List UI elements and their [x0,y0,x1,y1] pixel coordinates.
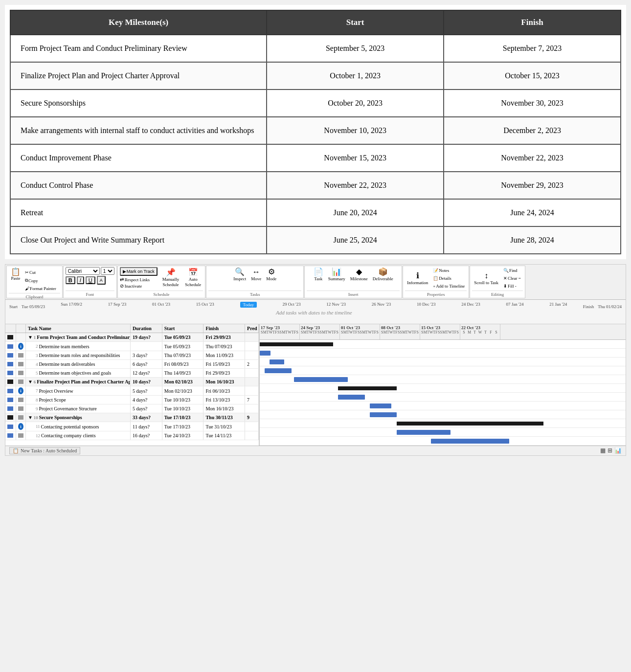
gantt-week-column: 24 Sep '23 SMTWTFSSMTWTFS [300,324,340,339]
col-header-finish: Finish [444,10,621,35]
row-duration: 19 days? [131,333,162,341]
expand-icon[interactable]: ▼ [28,335,33,340]
format-painter-label: Format Painter [30,286,56,291]
table-row: Form Project Team and Conduct Preliminar… [10,35,621,62]
row-num: 2 [36,344,38,349]
row-finish: Fri 29/09/23 [203,333,245,341]
row-num: 11 [36,424,40,429]
notes-button[interactable]: 📝 Notes [431,267,467,274]
row-indicator: i [16,386,26,395]
info-icon: i [18,387,23,394]
gantt-row[interactable]: 12 Contacting company clients 16 days? T… [5,431,259,440]
milestone-cell: Conduct Control Phase [10,172,267,199]
row-name: ▼ 10 Secure Sponsorships [26,413,131,422]
clipboard-group-label: Clipboard [9,293,60,299]
row-start: Tue 05/09/23 [162,333,204,341]
day-label: S [376,330,379,335]
view-normal-icon[interactable]: ▦ [600,447,606,454]
gantt-row[interactable]: 9 Project Governance Structure 5 days? T… [5,404,259,413]
gantt-row[interactable]: 3 Determine team roles and responsibilit… [5,351,259,360]
mark-on-track-button[interactable]: ▶ Mark on Track [120,267,158,276]
tasks-group-label: Tasks [208,291,301,297]
insert-content: 📄 Task 📊 Summary ◆ Milestone 📦 Deliverab… [312,267,395,282]
day-label: W [448,330,452,335]
gantt-row[interactable]: 5 Determine team objectives and goals 12… [5,369,259,378]
italic-button[interactable]: I [77,276,84,284]
fill-button[interactable]: ⬇ Fill - [501,283,523,290]
mode-button[interactable]: ⚙ Mode [264,267,278,282]
deliverable-button[interactable]: 📦 Deliverable [371,267,395,282]
gh-indicator [16,324,26,333]
gantt-row[interactable]: 4 Determine team deliverables 6 days? Fr… [5,360,259,369]
gantt-row[interactable]: 8 Project Scope 4 days? Tue 10/10/23 Fri… [5,396,259,404]
find-button[interactable]: 🔍 Find [501,267,523,274]
schedule-content: ▶ Mark on Track ⇄ Respect Links ⊘ Inacti… [120,267,203,289]
gantt-row[interactable]: i 7 Project Overview 5 days? Mon 02/10/2… [5,386,259,396]
row-indicator [16,431,26,440]
move-button[interactable]: ↔ Move [249,267,263,282]
summary-button[interactable]: 📊 Summary [326,267,347,282]
gantt-row[interactable]: i 11 Contacting potential sponsors 11 da… [5,422,259,431]
view-gantt-icon[interactable]: 📊 [614,447,622,454]
row-name: 5 Determine team objectives and goals [26,369,131,377]
font-color-button[interactable]: A [97,276,106,285]
information-button[interactable]: ℹ Information [405,271,430,286]
cut-button[interactable]: ✂ Cut [23,269,58,276]
font-size-select[interactable]: 11 [101,267,114,275]
gantt-row[interactable]: ▼ 6 Finalize Project Plan and Project Ch… [5,378,259,386]
expand-icon[interactable]: ▼ [28,415,33,420]
row-pred: 2 [245,360,259,368]
day-label: M [362,330,365,335]
task-icon: 📄 [314,268,323,276]
font-name-select[interactable]: Calibri [66,267,100,275]
row-indicator [16,333,26,341]
day-label: S [461,330,467,335]
format-painter-button[interactable]: 🖌 Format Painter [23,285,58,292]
gantt-bar-row [260,384,626,393]
day-label: S [416,330,419,335]
expand-icon[interactable]: ▼ [28,379,33,384]
gantt-row[interactable]: i 2 Determine team members Tue 05/09/23 … [5,342,259,351]
day-label: W [349,330,353,335]
gh-mode [5,324,16,333]
properties-group-label: Properties [405,291,467,297]
move-icon: ↔ [252,268,260,276]
new-tasks-badge: 📋 New Tasks : Auto Scheduled [9,447,80,454]
gantt-row[interactable]: ▼ 10 Secure Sponsorships 33 days? Tue 17… [5,413,259,422]
day-label: W [477,330,483,335]
clear-icon: ✕ [503,276,507,281]
underline-button[interactable]: U [86,276,95,284]
row-start: Fri 08/09/23 [162,360,204,368]
gantt-week-column: 08 Oct '23 SMTWTFSSMTWTFS [380,324,420,339]
scroll-to-task-button[interactable]: ↕ Scroll to Task [472,271,500,286]
milestone-button[interactable]: ◆ Milestone [348,267,370,282]
row-pred [245,351,259,359]
details-label: Details [439,276,451,281]
details-button[interactable]: 📋 Details [431,275,467,282]
tasks-group: 🔍 Inspect ↔ Move ⚙ Mode Tasks [206,266,304,298]
copy-button[interactable]: ⧉ Copy [23,277,58,284]
row-pred: 7 [245,396,259,404]
gh-task-name: Task Name [26,324,131,333]
manually-schedule-button[interactable]: 📌 Manually Schedule [160,268,181,288]
add-to-timeline-button[interactable]: + Add to Timeline [431,283,467,290]
inactivate-label: Inactivate [125,284,142,289]
inspect-button[interactable]: 🔍 Inspect [231,267,248,282]
finish-cell: June 24, 2024 [444,199,621,226]
week-label: 17 Sep '23 [261,325,298,330]
task-button[interactable]: 📄 Task [312,267,325,282]
row-duration: 16 days? [131,431,162,440]
gantt-row[interactable]: ▼ 1 Form Project Team and Conduct Prelim… [5,333,259,342]
gantt-task-bar [397,430,451,435]
bold-button[interactable]: B [66,276,75,284]
gantt-task-bar [370,403,391,408]
view-table-icon[interactable]: ⊞ [608,447,612,454]
copy-icon: ⧉ [25,278,28,283]
timeline-finish-value: Thu 01/02/24 [598,304,622,309]
top-table-section: Key Milestone(s) Start Finish Form Proje… [5,5,626,259]
clear-button[interactable]: ✕ Clear = [501,275,523,282]
row-mode [5,369,16,377]
paste-button[interactable]: 📋 Paste ✂ Cut ⧉ Copy 🖌 [9,267,60,293]
milestone-cell: Secure Sponsorships [10,90,267,117]
auto-schedule-button[interactable]: 📅 Auto Schedule [183,268,203,288]
